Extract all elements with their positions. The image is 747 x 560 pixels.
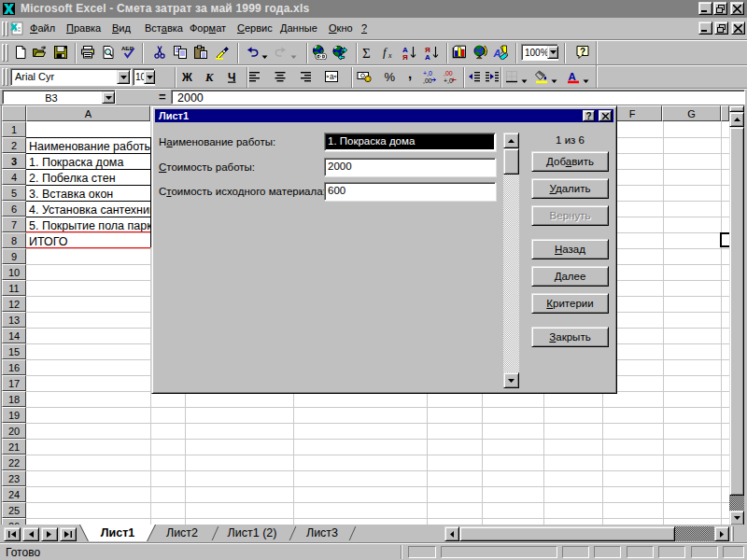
svg-text:A: A xyxy=(569,71,576,82)
svg-text:А: А xyxy=(425,53,430,61)
svg-text:x: x xyxy=(388,51,392,60)
svg-text:,: , xyxy=(408,69,412,81)
svg-text:A: A xyxy=(493,48,501,59)
svg-text:Я: Я xyxy=(402,53,408,61)
svg-text:К: К xyxy=(204,71,215,84)
svg-text:%: % xyxy=(385,70,396,84)
svg-text:,00: ,00 xyxy=(444,70,453,77)
svg-text:+,0: +,0 xyxy=(444,77,453,84)
svg-text:,00: ,00 xyxy=(423,77,432,84)
svg-text:Σ: Σ xyxy=(362,46,371,61)
svg-text:+,0: +,0 xyxy=(423,70,432,77)
svg-text:a: a xyxy=(330,72,334,81)
svg-text:?: ? xyxy=(586,111,592,120)
svg-text:?: ? xyxy=(580,47,585,57)
svg-text:Ж: Ж xyxy=(181,71,192,84)
svg-text:Ч: Ч xyxy=(228,71,235,84)
